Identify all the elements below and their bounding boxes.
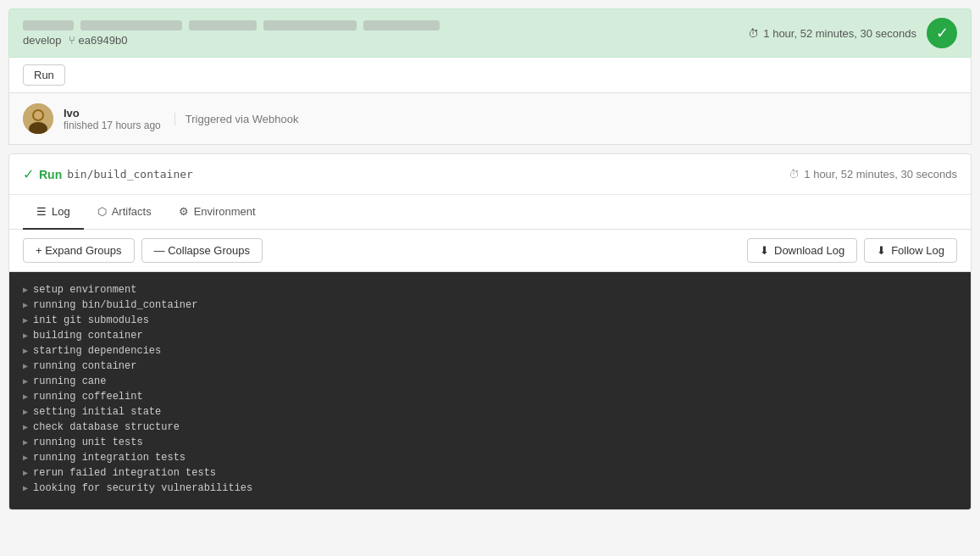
log-arrow-icon: ▶	[23, 331, 28, 341]
download-log-button[interactable]: ⬇ Download Log	[747, 238, 857, 263]
collapse-groups-button[interactable]: — Collapse Groups	[141, 238, 263, 263]
clock-icon: ⏱	[748, 27, 759, 40]
top-header: develop ⑂ ea6949b0 ⏱ 1 hour, 52 minutes,…	[8, 8, 972, 58]
log-entry-text: starting dependencies	[33, 345, 161, 357]
avatar	[23, 103, 53, 134]
log-tab-icon: ☰	[36, 205, 47, 218]
blurred-4	[263, 20, 357, 31]
tabs-bar: ☰ Log ⬡ Artifacts ⚙ Environment	[9, 195, 971, 230]
log-entry[interactable]: ▶ looking for security vulnerabilities	[23, 481, 957, 496]
follow-log-button[interactable]: ⬇ Follow Log	[864, 238, 957, 263]
header-title-blurred	[23, 20, 440, 31]
log-entry-text: running container	[33, 360, 136, 372]
clock-icon-small: ⏱	[789, 168, 800, 181]
run-tab-bar: Run	[8, 58, 972, 93]
log-arrow-icon: ▶	[23, 300, 28, 310]
log-entry-text: building container	[33, 330, 143, 342]
log-arrow-icon: ▶	[23, 422, 28, 432]
log-entry-text: rerun failed integration tests	[33, 467, 216, 479]
svg-point-3	[34, 111, 42, 120]
log-entry[interactable]: ▶ init git submodules	[23, 313, 957, 328]
blurred-5	[363, 20, 440, 31]
log-entry[interactable]: ▶ running integration tests	[23, 450, 957, 465]
log-entry-text: running unit tests	[33, 436, 143, 448]
run-panel-title: ✓ Run bin/build_container	[23, 166, 193, 182]
run-command: bin/build_container	[67, 168, 193, 181]
log-entry-text: setup environment	[33, 284, 136, 296]
log-entry-text: init git submodules	[33, 314, 149, 326]
success-checkmark: ✓	[927, 18, 957, 48]
log-arrow-icon: ▶	[23, 376, 28, 386]
trigger-user-info: Ivo finished 17 hours ago	[64, 107, 161, 131]
follow-icon: ⬇	[877, 244, 886, 257]
tab-environment[interactable]: ⚙ Environment	[165, 195, 269, 230]
trigger-username: Ivo	[64, 107, 161, 120]
log-arrow-icon: ▶	[23, 361, 28, 371]
log-entry[interactable]: ▶ starting dependencies	[23, 343, 957, 359]
trigger-time: finished 17 hours ago	[64, 120, 161, 131]
run-label: Run	[39, 168, 62, 181]
blurred-2	[80, 20, 182, 31]
log-arrow-icon: ▶	[23, 483, 28, 493]
log-arrow-icon: ▶	[23, 407, 28, 417]
log-arrow-icon: ▶	[23, 453, 28, 463]
log-entry[interactable]: ▶ running cane	[23, 374, 957, 389]
tab-artifacts[interactable]: ⬡ Artifacts	[84, 195, 165, 230]
log-entry[interactable]: ▶ running container	[23, 359, 957, 374]
log-arrow-icon: ▶	[23, 437, 28, 448]
log-entry-text: running bin/build_container	[33, 299, 197, 311]
tab-log[interactable]: ☰ Log	[23, 195, 84, 230]
run-tab-button[interactable]: Run	[23, 64, 65, 86]
run-panel-header: ✓ Run bin/build_container ⏱ 1 hour, 52 m…	[9, 154, 971, 195]
header-right: ⏱ 1 hour, 52 minutes, 30 seconds ✓	[748, 18, 957, 48]
header-left: develop ⑂ ea6949b0	[23, 20, 440, 47]
action-bar: + Expand Groups — Collapse Groups ⬇ Down…	[9, 230, 971, 272]
log-entry[interactable]: ▶ running unit tests	[23, 435, 957, 450]
log-arrow-icon: ▶	[23, 392, 28, 402]
environment-tab-icon: ⚙	[179, 205, 189, 218]
run-success-icon: ✓	[23, 166, 34, 182]
log-entry[interactable]: ▶ setup environment	[23, 282, 957, 297]
expand-groups-button[interactable]: + Expand Groups	[23, 238, 135, 263]
log-arrow-icon: ▶	[23, 315, 28, 325]
github-icon: ⑂	[69, 34, 75, 47]
blurred-1	[23, 20, 74, 31]
log-entry[interactable]: ▶ rerun failed integration tests	[23, 465, 957, 481]
commit-hash: ⑂ ea6949b0	[69, 34, 128, 47]
action-bar-left: + Expand Groups — Collapse Groups	[23, 238, 263, 263]
run-panel: ✓ Run bin/build_container ⏱ 1 hour, 52 m…	[8, 153, 972, 510]
log-entry[interactable]: ▶ building container	[23, 328, 957, 343]
trigger-info: Ivo finished 17 hours ago Triggered via …	[8, 93, 972, 145]
log-entry-text: running coffeelint	[33, 391, 143, 403]
log-terminal: ▶ setup environment ▶ running bin/build_…	[9, 272, 971, 509]
log-entry[interactable]: ▶ running coffeelint	[23, 389, 957, 404]
log-entry[interactable]: ▶ check database structure	[23, 420, 957, 435]
log-arrow-icon: ▶	[23, 468, 28, 478]
download-icon: ⬇	[760, 244, 769, 257]
blurred-3	[189, 20, 257, 31]
trigger-method: Triggered via Webhook	[174, 113, 299, 125]
action-bar-right: ⬇ Download Log ⬇ Follow Log	[747, 238, 957, 263]
log-arrow-icon: ▶	[23, 285, 28, 295]
log-entry-text: running integration tests	[33, 452, 185, 464]
header-duration: ⏱ 1 hour, 52 minutes, 30 seconds	[748, 27, 916, 40]
log-entry-text: check database structure	[33, 421, 180, 433]
log-entry-text: looking for security vulnerabilities	[33, 482, 252, 494]
log-arrow-icon: ▶	[23, 346, 28, 356]
log-entry[interactable]: ▶ running bin/build_container	[23, 297, 957, 313]
branch-label: develop	[23, 34, 62, 47]
log-entry[interactable]: ▶ setting initial state	[23, 404, 957, 420]
log-entry-text: running cane	[33, 375, 106, 387]
branch-info: develop ⑂ ea6949b0	[23, 34, 440, 47]
log-entry-text: setting initial state	[33, 406, 161, 418]
artifacts-tab-icon: ⬡	[97, 205, 107, 218]
run-panel-duration: ⏱ 1 hour, 52 minutes, 30 seconds	[789, 168, 957, 181]
